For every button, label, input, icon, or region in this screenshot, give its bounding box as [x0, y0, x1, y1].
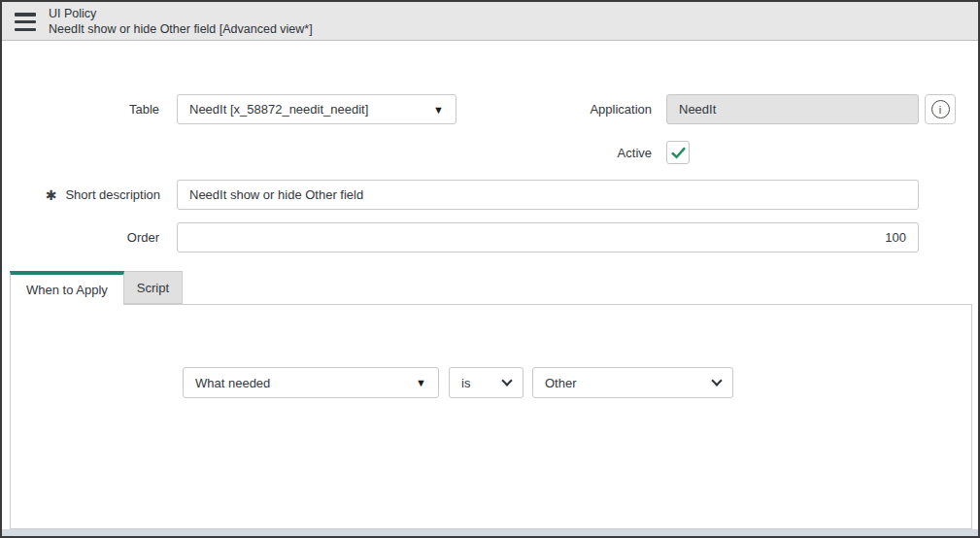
application-info-button[interactable]: i [925, 94, 956, 124]
table-select[interactable]: NeedIt [x_58872_needit_needit] ▼ [177, 94, 456, 124]
tab-when-to-apply[interactable]: When to Apply [10, 271, 124, 305]
order-input[interactable]: 100 [177, 222, 919, 252]
order-value: 100 [885, 230, 906, 245]
hamburger-menu-icon[interactable] [15, 13, 36, 31]
table-select-value: NeedIt [x_58872_needit_needit] [189, 102, 368, 117]
form-type-title: UI Policy [49, 6, 313, 21]
info-icon: i [931, 100, 950, 118]
required-field-icon: ✱ [46, 187, 57, 203]
tab-script[interactable]: Script [124, 271, 183, 304]
chevron-down-icon [501, 375, 512, 386]
table-label: Table [2, 94, 159, 124]
application-value: NeedIt [679, 102, 716, 117]
condition-value-select[interactable]: Other [532, 367, 733, 398]
active-checkbox[interactable] [666, 141, 690, 164]
form-tabs: When to Apply Script [10, 271, 183, 305]
bottom-scrollbar-track[interactable] [2, 529, 978, 536]
dropdown-arrow-icon: ▼ [433, 104, 444, 116]
order-label: Order [2, 222, 159, 252]
active-label: Active [458, 141, 652, 164]
condition-value-value: Other [545, 376, 577, 390]
short-description-value: NeedIt show or hide Other field [189, 187, 363, 202]
short-description-input[interactable]: NeedIt show or hide Other field [177, 180, 919, 210]
condition-operator-select[interactable]: is [449, 367, 524, 398]
condition-field-select[interactable]: What needed ▼ [183, 367, 439, 398]
header-titles: UI Policy NeedIt show or hide Other fiel… [49, 6, 313, 37]
condition-field-value: What needed [195, 376, 270, 390]
ui-policy-form-window: UI Policy NeedIt show or hide Other fiel… [0, 0, 980, 538]
checkmark-icon [670, 145, 687, 161]
record-title: NeedIt show or hide Other field [Advance… [49, 21, 313, 37]
form-header: UI Policy NeedIt show or hide Other fiel… [2, 2, 978, 41]
application-label: Application [458, 94, 652, 124]
dropdown-arrow-icon: ▼ [416, 377, 426, 388]
condition-operator-value: is [461, 376, 470, 390]
short-description-label: ✱ Short description [2, 180, 160, 210]
when-to-apply-panel [10, 304, 972, 529]
chevron-down-icon [711, 375, 722, 386]
application-field: NeedIt [666, 94, 919, 124]
